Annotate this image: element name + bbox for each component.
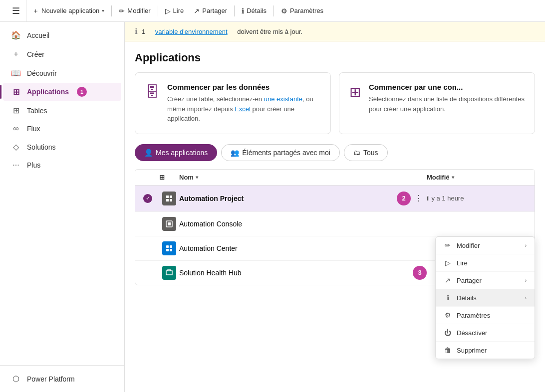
ctx-parametres[interactable]: ⚙ Paramètres (436, 307, 535, 324)
ctx-desactiver-label: Désactiver (457, 329, 487, 337)
table-row[interactable]: ✓ Automation Project 2 ⋮ il y a 1 heure (135, 186, 535, 212)
info-icon: ℹ (242, 7, 244, 15)
ctx-edit-icon: ✏ (444, 241, 452, 249)
ctx-lire[interactable]: ▷ Lire (436, 254, 535, 272)
row-check-1: ✓ (143, 194, 159, 203)
sidebar: 🏠 Accueil ＋ Créer 📖 Découvrir ⊞ Applicat… (0, 22, 125, 392)
app-icon-1 (162, 192, 176, 205)
card-layout-title: Commencer par une con... (369, 83, 525, 91)
tab-icon-mes: 👤 (144, 149, 153, 157)
main-layout: 🏠 Accueil ＋ Créer 📖 Découvrir ⊞ Applicat… (0, 22, 545, 392)
col-modified-label: Modifié (427, 174, 450, 181)
play-button[interactable]: ▷ Lire (161, 5, 188, 17)
sidebar-item-flux[interactable]: ∞ Flux (3, 120, 121, 137)
hamburger-menu[interactable]: ☰ (6, 0, 26, 22)
new-app-button[interactable]: ＋ Nouvelle application ▾ (28, 4, 108, 17)
ctx-delete-icon: 🗑 (444, 346, 452, 354)
card-layout[interactable]: ⊞ Commencer par une con... Sélectionnez … (339, 72, 535, 134)
sidebar-label-tables: Tables (27, 107, 47, 115)
svg-rect-2 (166, 199, 169, 201)
card-data-desc: Créez une table, sélectionnez-en une exi… (167, 94, 320, 124)
content-area: ℹ 1 variable d'environnement doivent êtr… (125, 22, 545, 392)
ctx-power-icon: ⏻ (444, 329, 452, 337)
svg-rect-0 (166, 196, 169, 198)
filter-tabs: 👤 Mes applications 👥 Éléments partagés a… (125, 144, 545, 169)
sort-name-icon: ▾ (196, 175, 198, 180)
svg-rect-5 (168, 222, 171, 225)
details-button[interactable]: ℹ Détails (238, 5, 271, 17)
settings-label: Paramètres (290, 7, 323, 14)
ctx-partager[interactable]: ↗ Partager › (436, 272, 535, 289)
banner-message-link[interactable]: variable d'environnement (155, 28, 228, 35)
row-icon-4 (159, 266, 179, 280)
svg-rect-9 (170, 249, 172, 251)
card-layout-icon: ⊞ (349, 84, 361, 100)
app-icon-4 (162, 266, 176, 280)
sidebar-item-accueil[interactable]: 🏠 Accueil (3, 26, 121, 44)
sidebar-item-creer[interactable]: ＋ Créer (3, 45, 121, 63)
ctx-details-chevron: › (525, 295, 527, 301)
table-row[interactable]: Automation Console (135, 212, 535, 236)
app-icon-3 (162, 241, 176, 255)
edit-icon: ✏ (119, 7, 125, 15)
sort-modified-icon: ▾ (452, 175, 454, 180)
row-menu-btn-1[interactable]: ⋮ (411, 191, 427, 206)
banner-message-pre: 1 (142, 28, 145, 35)
sidebar-label-decouvrir: Découvrir (27, 69, 57, 77)
card-layout-content: Commencer par une con... Sélectionnez da… (369, 83, 525, 114)
settings-button[interactable]: ⚙ Paramètres (277, 5, 327, 17)
row-name-2: Automation Console (179, 220, 427, 228)
svg-rect-6 (166, 245, 169, 248)
sidebar-item-applications[interactable]: ⊞ Applications 1 (3, 83, 121, 101)
toolbar-divider-2 (158, 5, 158, 16)
tab-label-mes: Mes applications (156, 149, 208, 157)
sidebar-badge-applications: 1 (77, 87, 87, 97)
svg-rect-3 (170, 199, 172, 201)
checkmark-1: ✓ (143, 194, 152, 203)
ctx-info-icon: ℹ (444, 294, 452, 302)
sidebar-label-solutions: Solutions (27, 143, 56, 151)
ctx-lire-label: Lire (457, 259, 468, 267)
sidebar-item-plus[interactable]: ··· Plus (3, 157, 121, 174)
sidebar-item-tables[interactable]: ⊞ Tables (3, 102, 121, 119)
th-modified[interactable]: Modifié ▾ (427, 174, 527, 181)
play-icon: ▷ (165, 7, 171, 15)
card-data-content: Commencer par les données Créez une tabl… (167, 83, 320, 124)
th-name[interactable]: Nom ▾ (179, 174, 427, 181)
powerplatform-icon: ⬡ (11, 374, 21, 384)
sidebar-label-plus: Plus (27, 161, 40, 169)
settings-icon: ⚙ (281, 7, 287, 15)
toolbar-divider-3 (234, 5, 235, 16)
svg-rect-1 (170, 196, 172, 198)
ctx-partager-chevron: › (525, 278, 527, 283)
card-link-existante[interactable]: une existante (264, 95, 302, 103)
sidebar-label-powerplatform: Power Platform (27, 375, 75, 383)
sidebar-item-decouvrir[interactable]: 📖 Découvrir (3, 64, 121, 82)
ctx-supprimer[interactable]: 🗑 Supprimer (436, 342, 535, 359)
ctx-details[interactable]: ℹ Détails › (436, 289, 535, 307)
sidebar-item-solutions[interactable]: ◇ Solutions (3, 138, 121, 156)
row-icon-1 (159, 192, 179, 205)
layout-icon: ⊞ (159, 174, 165, 181)
tab-label-partages: Éléments partagés avec moi (242, 149, 330, 157)
sidebar-label-applications: Applications (27, 88, 69, 96)
info-label: Détails (247, 7, 267, 14)
step-badge-3: 3 (413, 266, 427, 280)
tables-icon: ⊞ (11, 106, 21, 115)
edit-button[interactable]: ✏ Modifier (115, 5, 154, 17)
plus-icon: ＋ (32, 6, 39, 15)
tab-tous[interactable]: 🗂 Tous (344, 144, 388, 161)
svg-rect-8 (166, 249, 169, 251)
share-label: Partager (202, 7, 227, 14)
ctx-desactiver[interactable]: ⏻ Désactiver (436, 324, 535, 342)
ctx-modifier[interactable]: ✏ Modifier › (436, 237, 535, 254)
sidebar-item-powerplatform[interactable]: ⬡ Power Platform (3, 370, 121, 388)
tab-mes-applications[interactable]: 👤 Mes applications (135, 144, 217, 161)
share-button[interactable]: ↗ Partager (190, 5, 231, 17)
card-data[interactable]: 🗄 Commencer par les données Créez une ta… (135, 72, 331, 134)
tab-label-tous: Tous (363, 149, 378, 157)
card-link-excel[interactable]: Excel (235, 105, 251, 113)
more-icon: ··· (11, 161, 21, 170)
row-icon-3 (159, 241, 179, 255)
tab-partages[interactable]: 👥 Éléments partagés avec moi (221, 144, 340, 161)
